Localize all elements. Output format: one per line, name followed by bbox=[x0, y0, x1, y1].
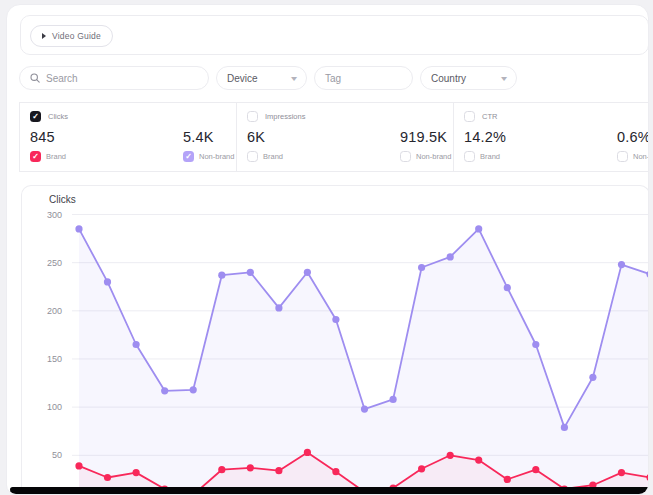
country-select-label: Country bbox=[431, 73, 466, 84]
non-brand-point[interactable] bbox=[418, 264, 425, 271]
non-brand-label: Non-brand bbox=[416, 152, 451, 161]
metrics-row: ✓Clicks8455.4K✓Brand✓Non-brandImpression… bbox=[19, 102, 649, 172]
brand-point[interactable] bbox=[447, 452, 454, 459]
y-axis-tick: 100 bbox=[47, 402, 62, 412]
metric-checkbox-ctr[interactable] bbox=[464, 111, 475, 122]
metric-name: CTR bbox=[482, 112, 497, 121]
non-brand-point[interactable] bbox=[589, 374, 596, 381]
brand-point[interactable] bbox=[75, 462, 82, 469]
metric-nonbrand-value: 919.5K bbox=[400, 129, 447, 145]
y-axis-tick: 50 bbox=[52, 450, 62, 460]
metric-card-impressions: Impressions6K919.5KBrandNon-brand bbox=[237, 103, 454, 171]
filter-row: Search Device ▾ Tag Country ▾ bbox=[19, 66, 517, 90]
brand-point[interactable] bbox=[133, 469, 140, 476]
brand-point[interactable] bbox=[275, 467, 282, 474]
metric-name: Clicks bbox=[48, 112, 68, 121]
non-brand-point[interactable] bbox=[361, 406, 368, 413]
brand-point[interactable] bbox=[418, 465, 425, 472]
metric-checkbox-clicks[interactable]: ✓ bbox=[30, 111, 41, 122]
non-brand-checkbox[interactable] bbox=[400, 151, 411, 162]
non-brand-label: Non-brand bbox=[633, 152, 649, 161]
brand-point[interactable] bbox=[218, 466, 225, 473]
top-bar bbox=[20, 15, 649, 55]
non-brand-point[interactable] bbox=[75, 225, 82, 232]
metric-card-ctr: CTR14.2%0.6%BrandNon-brand bbox=[454, 103, 649, 171]
non-brand-point[interactable] bbox=[133, 341, 140, 348]
search-icon bbox=[30, 73, 40, 83]
non-brand-point[interactable] bbox=[332, 316, 339, 323]
brand-label: Brand bbox=[46, 152, 66, 161]
metric-checkbox-impressions[interactable] bbox=[247, 111, 258, 122]
brand-checkbox[interactable] bbox=[247, 151, 258, 162]
brand-point[interactable] bbox=[304, 449, 311, 456]
non-brand-point[interactable] bbox=[475, 225, 482, 232]
chevron-down-icon: ▾ bbox=[291, 74, 297, 83]
non-brand-point[interactable] bbox=[561, 424, 568, 431]
brand-point[interactable] bbox=[504, 476, 511, 483]
clicks-chart-card: Clicks 30025020015010050 bbox=[21, 185, 649, 495]
bottom-black-bar bbox=[10, 487, 649, 494]
non-brand-area bbox=[79, 229, 649, 495]
brand-toggle: Brand bbox=[464, 151, 617, 162]
non-brand-checkbox[interactable]: ✓ bbox=[183, 151, 194, 162]
metric-header: CTR bbox=[464, 111, 649, 122]
non-brand-point[interactable] bbox=[104, 278, 111, 285]
y-axis-tick: 150 bbox=[47, 354, 62, 364]
brand-toggle: Brand bbox=[247, 151, 400, 162]
non-brand-point[interactable] bbox=[304, 269, 311, 276]
non-brand-point[interactable] bbox=[447, 253, 454, 260]
search-placeholder: Search bbox=[46, 73, 78, 84]
non-brand-checkbox[interactable] bbox=[617, 151, 628, 162]
video-guide-label: Video Guide bbox=[52, 31, 101, 41]
brand-point[interactable] bbox=[475, 457, 482, 464]
metric-nonbrand-value: 5.4K bbox=[183, 129, 226, 145]
brand-point[interactable] bbox=[104, 474, 111, 481]
non-brand-point[interactable] bbox=[161, 387, 168, 394]
metric-header: ✓Clicks bbox=[30, 111, 226, 122]
tag-placeholder: Tag bbox=[325, 73, 341, 84]
dashboard-card: Video Guide Search Device ▾ Tag Country … bbox=[6, 4, 649, 495]
non-brand-point[interactable] bbox=[618, 261, 625, 268]
y-axis-tick: 200 bbox=[47, 306, 62, 316]
brand-point[interactable] bbox=[618, 469, 625, 476]
non-brand-point[interactable] bbox=[275, 304, 282, 311]
brand-point[interactable] bbox=[332, 468, 339, 475]
metric-name: Impressions bbox=[265, 112, 305, 121]
brand-point[interactable] bbox=[532, 466, 539, 473]
tag-input[interactable]: Tag bbox=[314, 66, 413, 90]
non-brand-point[interactable] bbox=[190, 386, 197, 393]
non-brand-point[interactable] bbox=[390, 396, 397, 403]
metric-brand-value: 6K bbox=[247, 129, 400, 145]
metric-brand-value: 14.2% bbox=[464, 129, 617, 145]
metric-brand-value: 845 bbox=[30, 129, 183, 145]
clicks-chart-svg[interactable]: 30025020015010050 bbox=[22, 186, 649, 495]
non-brand-label: Non-brand bbox=[199, 152, 234, 161]
brand-checkbox[interactable] bbox=[464, 151, 475, 162]
video-guide-button[interactable]: Video Guide bbox=[30, 25, 113, 47]
non-brand-point[interactable] bbox=[247, 269, 254, 276]
non-brand-toggle: ✓Non-brand bbox=[183, 151, 234, 162]
non-brand-point[interactable] bbox=[218, 272, 225, 279]
non-brand-point[interactable] bbox=[504, 284, 511, 291]
search-input[interactable]: Search bbox=[19, 66, 209, 90]
play-icon bbox=[42, 33, 46, 39]
non-brand-toggle: Non-brand bbox=[617, 151, 649, 162]
country-select[interactable]: Country ▾ bbox=[420, 66, 517, 90]
non-brand-point[interactable] bbox=[532, 341, 539, 348]
device-select[interactable]: Device ▾ bbox=[216, 66, 307, 90]
metric-card-clicks: ✓Clicks8455.4K✓Brand✓Non-brand bbox=[20, 103, 237, 171]
y-axis-tick: 300 bbox=[47, 210, 62, 220]
metric-header: Impressions bbox=[247, 111, 443, 122]
chevron-down-icon: ▾ bbox=[501, 74, 507, 83]
non-brand-toggle: Non-brand bbox=[400, 151, 451, 162]
metric-nonbrand-value: 0.6% bbox=[617, 129, 649, 145]
brand-label: Brand bbox=[480, 152, 500, 161]
brand-label: Brand bbox=[263, 152, 283, 161]
brand-toggle: ✓Brand bbox=[30, 151, 183, 162]
device-select-label: Device bbox=[227, 73, 258, 84]
y-axis-tick: 250 bbox=[47, 258, 62, 268]
brand-checkbox[interactable]: ✓ bbox=[30, 151, 41, 162]
brand-point[interactable] bbox=[247, 464, 254, 471]
